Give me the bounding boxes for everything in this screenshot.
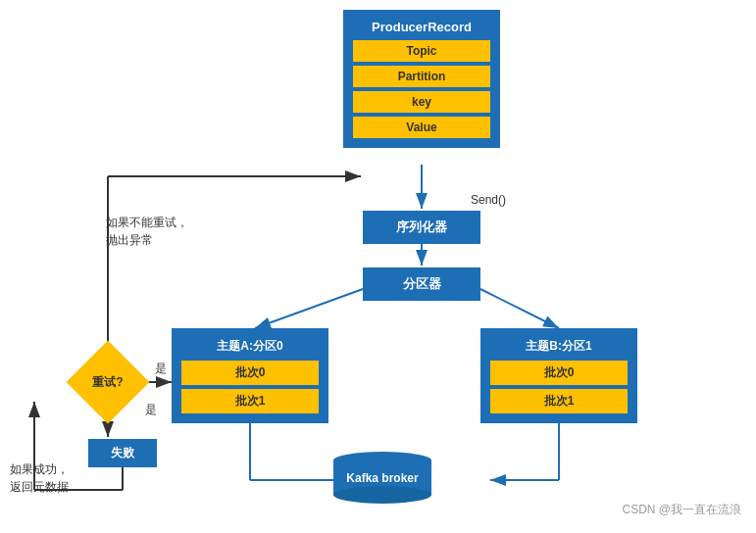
field-value: Value — [353, 117, 490, 138]
kafka-broker-label: Kafka broker — [346, 471, 418, 485]
field-partition: Partition — [353, 66, 490, 87]
kafka-broker-cylinder: Kafka broker — [328, 452, 436, 504]
topic-a-title: 主题A:分区0 — [181, 338, 319, 355]
retry-diamond: 重试? — [74, 348, 142, 416]
serializer-box: 序列化器 — [363, 211, 480, 244]
topic-b-title: 主题B:分区1 — [490, 338, 628, 355]
cylinder-top — [333, 452, 431, 469]
topic-a-batch0: 批次0 — [181, 361, 319, 385]
topic-b-batch1: 批次1 — [490, 389, 628, 413]
success-label: 如果成功，返回元数据 — [10, 460, 69, 496]
topic-a-batch1: 批次1 — [181, 389, 319, 413]
retry-yes2-label: 是 — [145, 402, 157, 418]
fail-box: 失败 — [88, 439, 157, 467]
topic-b-batch0: 批次0 — [490, 361, 628, 385]
field-topic: Topic — [353, 40, 490, 62]
retry-yes1-label: 是 — [155, 361, 167, 377]
svg-line-5 — [480, 289, 559, 328]
no-retry-label: 如果不能重试，抛出异常 — [106, 214, 188, 249]
cylinder-bottom — [333, 486, 431, 504]
topic-b-box: 主题B:分区1 批次0 批次1 — [480, 328, 637, 423]
field-key: key — [353, 91, 490, 113]
retry-label: 重试? — [74, 348, 142, 416]
producer-record-box: ProducerRecord Topic Partition key Value — [343, 10, 500, 148]
svg-line-4 — [255, 289, 363, 328]
cylinder-shape: Kafka broker — [333, 452, 431, 504]
send-label: Send() — [471, 193, 506, 207]
producer-record-title: ProducerRecord — [353, 20, 490, 34]
diagram-container: ProducerRecord Topic Partition key Value… — [0, 0, 756, 533]
topic-a-box: 主题A:分区0 批次0 批次1 — [172, 328, 328, 423]
watermark: CSDN @我一直在流浪 — [622, 502, 741, 518]
partitioner-box: 分区器 — [363, 267, 480, 301]
